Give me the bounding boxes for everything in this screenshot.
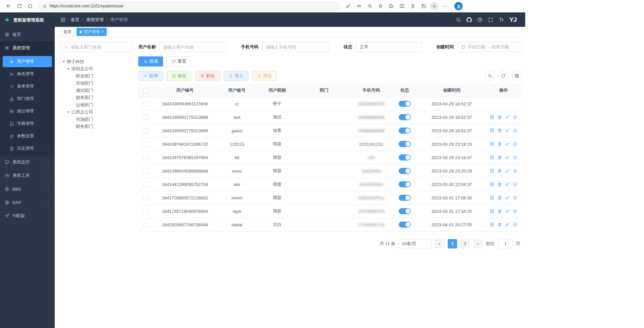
delete-icon[interactable] xyxy=(497,155,502,160)
back-icon[interactable] xyxy=(3,1,14,11)
toggle-search-button[interactable] xyxy=(485,71,495,81)
dept-search-input[interactable] xyxy=(71,45,129,50)
sidebar-item-erp[interactable]: ERP xyxy=(0,196,55,209)
sidebar-item-bbs[interactable]: BBS xyxy=(0,182,55,196)
assign-role-icon[interactable] xyxy=(513,222,517,227)
tree-node[interactable]: 市场部门 xyxy=(60,116,133,123)
status-toggle[interactable] xyxy=(399,222,411,228)
delete-icon[interactable] xyxy=(497,142,502,146)
reset-password-icon[interactable] xyxy=(505,142,510,146)
phone-input[interactable] xyxy=(262,42,329,52)
status-toggle[interactable] xyxy=(399,154,411,160)
url-text[interactable]: https://ccnetcore.com:1101/system/user xyxy=(50,4,123,8)
zoom-icon[interactable] xyxy=(364,1,375,11)
profile-avatar[interactable] xyxy=(429,1,440,11)
row-checkbox[interactable] xyxy=(143,196,148,200)
caret-down-icon[interactable] xyxy=(67,68,70,70)
edit-icon[interactable] xyxy=(490,155,494,160)
assign-role-icon[interactable] xyxy=(513,128,517,133)
favorites-bar-icon[interactable] xyxy=(407,1,418,11)
delete-button[interactable]: 删除 xyxy=(195,71,220,81)
export-button[interactable]: 导出 xyxy=(252,71,277,81)
reset-password-icon[interactable] xyxy=(505,128,510,133)
home-icon[interactable] xyxy=(25,1,36,11)
tab-home[interactable]: 首页 xyxy=(60,28,75,36)
status-toggle[interactable] xyxy=(399,208,411,214)
import-button[interactable]: 导入 xyxy=(224,71,248,81)
assign-role-icon[interactable] xyxy=(513,115,517,120)
next-page-button[interactable]: › xyxy=(473,239,483,248)
github-icon[interactable] xyxy=(466,17,472,22)
sidebar-item-menu-management[interactable]: 菜单管理 xyxy=(0,80,55,93)
sidebar-item-param-settings[interactable]: 参数设置 xyxy=(0,130,55,142)
user-avatar-menu[interactable]: YJ xyxy=(509,16,520,24)
reset-password-icon[interactable] xyxy=(505,209,510,214)
page-button-1[interactable]: 1 xyxy=(448,239,457,248)
tree-node[interactable]: 深圳总公司 xyxy=(60,65,133,73)
refresh-icon[interactable] xyxy=(14,1,25,11)
tree-node[interactable]: 江西总公司 xyxy=(60,109,133,116)
status-toggle[interactable] xyxy=(399,168,411,174)
assign-role-icon[interactable] xyxy=(513,142,517,146)
assign-role-icon[interactable] xyxy=(513,169,517,173)
row-checkbox[interactable] xyxy=(143,169,148,174)
reset-button[interactable]: 重置 xyxy=(166,56,191,66)
row-checkbox[interactable] xyxy=(143,209,148,214)
row-checkbox[interactable] xyxy=(143,182,148,187)
password-key-icon[interactable] xyxy=(343,1,354,11)
row-checkbox[interactable] xyxy=(143,129,148,133)
tree-node[interactable]: 研发部门 xyxy=(60,73,133,80)
breadcrumb-system[interactable]: 系统管理 xyxy=(86,17,104,23)
assign-role-icon[interactable] xyxy=(513,209,517,214)
reset-password-icon[interactable] xyxy=(505,115,510,120)
refresh-table-button[interactable] xyxy=(498,71,508,81)
edit-icon[interactable] xyxy=(490,222,494,227)
close-icon[interactable]: × xyxy=(101,30,104,34)
edit-icon[interactable] xyxy=(490,209,494,214)
header-search-icon[interactable] xyxy=(456,17,461,22)
reset-password-icon[interactable] xyxy=(505,182,510,187)
add-button[interactable]: 新增 xyxy=(138,71,163,81)
delete-icon[interactable] xyxy=(497,222,502,227)
sidebar-item-role-management[interactable]: 角色管理 xyxy=(0,68,55,80)
delete-icon[interactable] xyxy=(497,182,502,187)
status-toggle[interactable] xyxy=(399,181,411,187)
copilot-icon[interactable]: b xyxy=(454,2,463,10)
reset-password-icon[interactable] xyxy=(505,155,510,160)
tree-node[interactable]: 财务部门 xyxy=(60,123,133,131)
reset-password-icon[interactable] xyxy=(505,169,510,173)
sidebar-item-system-management[interactable]: 系统管理 xyxy=(0,41,55,55)
font-size-icon[interactable] xyxy=(499,17,504,22)
caret-down-icon[interactable] xyxy=(62,61,65,62)
status-toggle[interactable] xyxy=(399,114,411,120)
status-toggle[interactable] xyxy=(399,195,411,201)
delete-icon[interactable] xyxy=(497,128,502,133)
sidebar-item-yi-framework[interactable]: Yi框架 xyxy=(0,209,55,223)
row-checkbox[interactable] xyxy=(143,155,148,160)
status-select[interactable]: 正常 xyxy=(356,42,422,52)
delete-icon[interactable] xyxy=(497,195,502,200)
sidebar-item-post-management[interactable]: 岗位管理 xyxy=(0,105,55,118)
page-button-2[interactable]: 2 xyxy=(460,239,470,248)
address-bar[interactable]: https://ccnetcore.com:1101/system/user xyxy=(38,2,340,11)
sidebar-item-user-management[interactable]: 用户管理 xyxy=(3,56,52,67)
tree-node[interactable]: 橙子科技 xyxy=(60,58,133,65)
sidebar-item-dept-management[interactable]: 部门管理 xyxy=(0,93,55,105)
assign-role-icon[interactable] xyxy=(513,155,517,160)
favorite-add-icon[interactable] xyxy=(375,1,386,11)
delete-icon[interactable] xyxy=(497,209,502,214)
help-icon[interactable] xyxy=(477,17,483,22)
sidebar-item-home[interactable]: 首页 xyxy=(0,28,55,41)
breadcrumb-home[interactable]: 首页 xyxy=(71,17,80,23)
goto-page-input[interactable] xyxy=(498,239,513,248)
edit-icon[interactable] xyxy=(490,115,494,120)
column-settings-button[interactable] xyxy=(512,71,522,81)
more-menu-icon[interactable] xyxy=(440,1,450,11)
tab-user-management[interactable]: 用户管理 × xyxy=(77,28,107,36)
edit-icon[interactable] xyxy=(490,142,494,146)
tree-node[interactable]: 市场部门 xyxy=(60,80,133,87)
edit-icon[interactable] xyxy=(490,182,494,187)
status-toggle[interactable] xyxy=(399,128,411,134)
row-checkbox[interactable] xyxy=(143,115,148,120)
row-checkbox[interactable] xyxy=(143,102,148,106)
